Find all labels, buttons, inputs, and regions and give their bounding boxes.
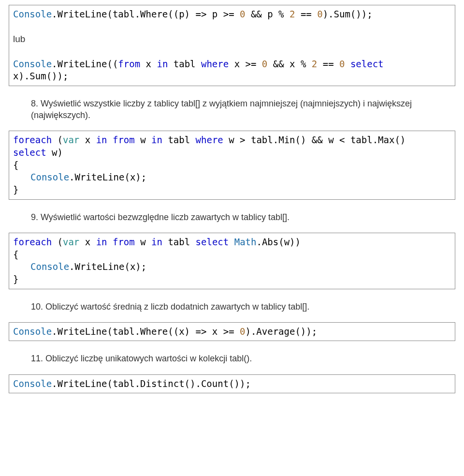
code-token: == bbox=[295, 9, 317, 19]
code-token: 0 bbox=[240, 9, 245, 19]
code-token: w bbox=[135, 237, 151, 247]
code-token: 0 bbox=[262, 59, 267, 69]
code-token: .WriteLine(tabl.Where((x) => x >= bbox=[52, 326, 240, 337]
code-token: x bbox=[79, 134, 96, 145]
code-line: Console.WriteLine((from x in tabl where … bbox=[13, 58, 451, 71]
code-token: select bbox=[350, 59, 384, 69]
code-token: w > tabl.Min() && w < tabl.Max() bbox=[223, 134, 406, 145]
code-token: from bbox=[118, 59, 140, 69]
code-token: tabl bbox=[162, 134, 196, 145]
code-line bbox=[13, 45, 451, 58]
code-line: { bbox=[13, 249, 451, 261]
code-token: .WriteLine(tabl.Distinct().Count()); bbox=[52, 378, 251, 389]
paragraph: 8. Wyświetlić wszystkie liczby z tablicy… bbox=[9, 98, 455, 121]
code-token: x).Sum()); bbox=[13, 71, 68, 81]
code-token: in bbox=[96, 237, 107, 247]
code-token: ).Average()); bbox=[245, 326, 317, 337]
code-token: } bbox=[13, 274, 18, 284]
code-token: .WriteLine(( bbox=[52, 59, 118, 69]
code-token: x bbox=[79, 237, 96, 247]
code-token: 0 bbox=[339, 59, 345, 69]
code-token: && x % bbox=[267, 59, 312, 69]
code-token: 2 bbox=[312, 59, 317, 69]
code-token: in bbox=[151, 134, 162, 145]
code-token: select bbox=[13, 147, 46, 158]
code-token: foreach bbox=[13, 134, 52, 145]
code-line: Console.WriteLine(tabl.Where((p) => p >=… bbox=[13, 8, 451, 21]
code-line: } bbox=[13, 184, 451, 196]
code-token: .WriteLine(tabl.Where((p) => p >= bbox=[52, 9, 240, 19]
code-token bbox=[345, 59, 350, 69]
code-token: .WriteLine(x); bbox=[69, 261, 146, 272]
code-line: foreach (var x in from w in tabl where w… bbox=[13, 134, 451, 147]
code-token: .Abs(w)) bbox=[256, 237, 301, 247]
code-line: lub bbox=[13, 33, 451, 45]
code-token: w bbox=[135, 134, 151, 145]
code-line: Console.WriteLine(tabl.Distinct().Count(… bbox=[13, 378, 451, 390]
code-block: Console.WriteLine(tabl.Where((p) => p >=… bbox=[9, 5, 455, 86]
code-token: } bbox=[13, 184, 18, 195]
paragraph-text: 11. Obliczyć liczbę unikatowych wartości… bbox=[31, 354, 252, 363]
code-token: x bbox=[140, 59, 157, 69]
code-token bbox=[13, 21, 18, 32]
paragraph: 9. Wyświetlić wartości bezwzględne liczb… bbox=[9, 211, 455, 223]
code-token: Console bbox=[13, 59, 52, 69]
code-token: in bbox=[96, 134, 107, 145]
document-root: Console.WriteLine(tabl.Where((p) => p >=… bbox=[9, 5, 455, 393]
code-block: Console.WriteLine(tabl.Distinct().Count(… bbox=[9, 374, 455, 394]
code-token: in bbox=[157, 59, 168, 69]
code-token: ).Sum()); bbox=[323, 9, 373, 19]
code-token: { bbox=[13, 160, 18, 170]
code-token: == bbox=[317, 59, 339, 69]
code-token: w) bbox=[46, 147, 63, 158]
code-token: Math bbox=[234, 237, 257, 247]
code-token: var bbox=[63, 237, 79, 247]
code-token: ( bbox=[52, 237, 63, 247]
paragraph: 11. Obliczyć liczbę unikatowych wartości… bbox=[9, 353, 455, 364]
code-token: select bbox=[196, 237, 229, 247]
code-token: Console bbox=[13, 378, 52, 389]
code-block: Console.WriteLine(tabl.Where((x) => x >=… bbox=[9, 322, 455, 342]
code-token: { bbox=[13, 249, 18, 260]
code-token bbox=[107, 134, 113, 145]
code-line: x).Sum()); bbox=[13, 70, 451, 83]
code-line: } bbox=[13, 273, 451, 286]
code-line: select w) bbox=[13, 147, 451, 159]
code-token: x >= bbox=[229, 59, 262, 69]
code-token: foreach bbox=[13, 237, 52, 247]
code-line: Console.WriteLine(x); bbox=[13, 171, 451, 184]
code-token: lub bbox=[13, 34, 25, 44]
code-token: Console bbox=[30, 261, 69, 272]
code-token: var bbox=[63, 134, 79, 145]
code-token bbox=[229, 237, 234, 247]
code-token: Console bbox=[13, 9, 52, 19]
code-token: tabl bbox=[168, 59, 201, 69]
paragraph-text: 9. Wyświetlić wartości bezwzględne liczb… bbox=[31, 212, 290, 222]
code-token bbox=[107, 237, 113, 247]
code-token: 0 bbox=[240, 326, 245, 337]
code-token: tabl bbox=[162, 237, 196, 247]
paragraph: 10. Obliczyć wartość średnią z liczb dod… bbox=[9, 301, 455, 312]
code-token: where bbox=[196, 134, 223, 145]
code-token: && p % bbox=[245, 9, 290, 19]
paragraph-text: 10. Obliczyć wartość średnią z liczb dod… bbox=[31, 302, 309, 312]
code-block: foreach (var x in from w in tabl select … bbox=[9, 233, 455, 289]
code-token: Console bbox=[30, 172, 69, 182]
code-line bbox=[13, 21, 451, 33]
code-token: .WriteLine(x); bbox=[69, 172, 146, 182]
code-token: from bbox=[113, 237, 135, 247]
code-token: 2 bbox=[290, 9, 295, 19]
code-token: Console bbox=[13, 326, 52, 337]
code-token: ( bbox=[52, 134, 63, 145]
code-token: in bbox=[151, 237, 162, 247]
code-token: 0 bbox=[317, 9, 322, 19]
code-line: Console.WriteLine(tabl.Where((x) => x >=… bbox=[13, 326, 451, 338]
code-line: { bbox=[13, 159, 451, 172]
code-token: from bbox=[113, 134, 135, 145]
code-block: foreach (var x in from w in tabl where w… bbox=[9, 131, 455, 199]
paragraph-text: 8. Wyświetlić wszystkie liczby z tablicy… bbox=[31, 99, 412, 120]
code-line: Console.WriteLine(x); bbox=[13, 261, 451, 273]
code-token: where bbox=[201, 59, 229, 69]
code-line: foreach (var x in from w in tabl select … bbox=[13, 236, 451, 249]
code-token bbox=[13, 46, 18, 57]
